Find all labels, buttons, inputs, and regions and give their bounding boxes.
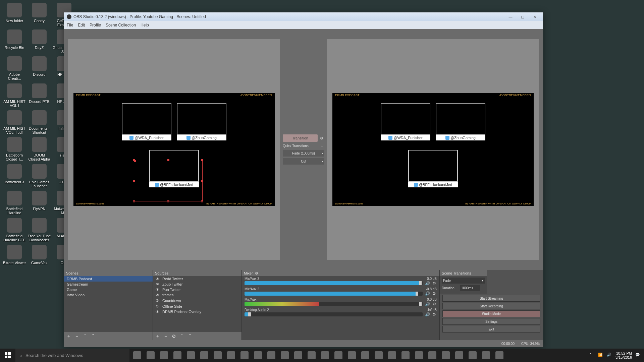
- taskbar-app[interactable]: [171, 349, 184, 362]
- source-item[interactable]: ⊘Countdown: [153, 298, 241, 303]
- source-item[interactable]: 👁frames: [153, 292, 241, 298]
- transition-settings-icon[interactable]: ⚙: [319, 135, 324, 141]
- desktop-icon[interactable]: Recycle Bin: [3, 29, 26, 54]
- desktop-icon[interactable]: Discord PTB: [28, 83, 51, 108]
- visibility-icon[interactable]: 👁: [156, 310, 160, 314]
- system-tray[interactable]: ˄ 📶 🔊 10:52 PM 3/15/2016 💬: [586, 351, 644, 359]
- taskbar-app[interactable]: [292, 349, 305, 362]
- menu-file[interactable]: File: [67, 23, 73, 27]
- taskbar-app[interactable]: [426, 349, 439, 362]
- taskbar-app[interactable]: [265, 349, 278, 362]
- desktop-icon[interactable]: Bitrate Viewer: [3, 245, 26, 265]
- cam-1[interactable]: @WDA_Punisher: [122, 103, 171, 140]
- menu-scene-collection[interactable]: Scene Collection: [106, 23, 136, 27]
- scene-item[interactable]: Intro Video: [64, 292, 153, 298]
- taskbar-app[interactable]: [158, 349, 170, 362]
- volume-slider[interactable]: [419, 302, 422, 306]
- taskbar-app[interactable]: [386, 349, 398, 362]
- taskbar-app[interactable]: [345, 349, 358, 362]
- remove-scene-icon[interactable]: −: [74, 334, 79, 339]
- visibility-icon[interactable]: ⊘: [156, 298, 160, 303]
- preview-edit[interactable]: DRMB PODCAST /DONTREVIVEMEBRO @WDA_Punis…: [68, 39, 280, 260]
- sources-list[interactable]: 👁Redd Twitter👁Zoup Twitter👁Pun Twitter👁f…: [153, 276, 241, 332]
- add-scene-icon[interactable]: ＋: [66, 334, 71, 339]
- scenes-list[interactable]: DRMB PodcastGamestreamGameIntro Video: [64, 276, 153, 332]
- mixer-settings-icon[interactable]: ⚙: [255, 271, 258, 276]
- visibility-icon[interactable]: 👁: [156, 282, 160, 286]
- taskbar-app[interactable]: [198, 349, 211, 362]
- taskbar-app[interactable]: [453, 349, 466, 362]
- channel-settings-icon[interactable]: ⚙: [431, 301, 437, 307]
- visibility-icon[interactable]: ⊘: [156, 304, 160, 308]
- desktop-icon[interactable]: Free YouTube Downloader: [28, 218, 51, 242]
- close-button[interactable]: ✕: [529, 13, 540, 20]
- search-box[interactable]: ⌕ Search the web and Windows: [15, 349, 129, 362]
- taskbar-app[interactable]: [493, 349, 506, 362]
- tray-clock[interactable]: 10:52 PM 3/15/2016: [615, 351, 632, 359]
- scene-item[interactable]: Gamestream: [64, 282, 153, 287]
- visibility-icon[interactable]: 👁: [156, 293, 160, 297]
- mute-icon[interactable]: 🔊: [425, 291, 430, 296]
- obs-titlebar[interactable]: OBS Studio 0.13.2 (windows) - Profile: Y…: [64, 12, 543, 21]
- desktop-icon[interactable]: New folder: [3, 3, 26, 27]
- desktop-icon[interactable]: Discord: [28, 56, 51, 80]
- taskbar-app[interactable]: [238, 349, 251, 362]
- desktop-icon[interactable]: Battlefield Hardline: [3, 191, 26, 215]
- taskbar-app[interactable]: [466, 349, 479, 362]
- taskbar-app[interactable]: [144, 349, 157, 362]
- tray-volume-icon[interactable]: 🔊: [607, 353, 612, 358]
- taskbar-app[interactable]: [413, 349, 425, 362]
- desktop-icon[interactable]: Epic Games Launcher: [28, 164, 51, 188]
- taskbar-app[interactable]: [319, 349, 331, 362]
- visibility-icon[interactable]: 👁: [156, 277, 160, 281]
- taskbar-app[interactable]: [332, 349, 345, 362]
- tray-chevron-icon[interactable]: ˄: [589, 353, 595, 358]
- taskbar-app[interactable]: [184, 349, 197, 362]
- taskbar-app[interactable]: [372, 349, 385, 362]
- add-transition-icon[interactable]: ＋: [319, 143, 324, 148]
- menu-help[interactable]: Help: [141, 23, 149, 27]
- taskbar-app[interactable]: [131, 349, 144, 362]
- scene-down-icon[interactable]: ˅: [90, 334, 96, 339]
- taskbar-app[interactable]: [480, 349, 492, 362]
- channel-settings-icon[interactable]: ⚙: [431, 281, 437, 286]
- preview-edit-canvas[interactable]: DRMB PODCAST /DONTREVIVEMEBRO @WDA_Punis…: [73, 93, 275, 206]
- taskbar-app[interactable]: [225, 349, 237, 362]
- taskbar-app[interactable]: [278, 349, 291, 362]
- taskbar-app[interactable]: [211, 349, 224, 362]
- source-item[interactable]: 👁Zoup Twitter: [153, 282, 241, 287]
- remove-source-icon[interactable]: −: [163, 334, 168, 339]
- scene-transition-type[interactable]: Fade: [442, 278, 485, 284]
- desktop-icon[interactable]: DOOM Closed Alpha: [28, 137, 51, 161]
- source-settings-icon[interactable]: ⚙: [171, 334, 176, 339]
- cam-2[interactable]: @ZoupGaming: [177, 103, 226, 140]
- desktop-icon[interactable]: Battlefield Hardline CTE: [3, 218, 26, 242]
- transition-button[interactable]: Transition: [283, 134, 318, 142]
- start-recording-button[interactable]: Start Recording: [442, 303, 540, 309]
- source-item[interactable]: ⊘Offline Slide: [153, 303, 241, 309]
- desktop-icon[interactable]: GameVox: [28, 245, 51, 265]
- tray-network-icon[interactable]: 📶: [598, 353, 603, 358]
- source-item[interactable]: 👁DRMB Podcast Overlay: [153, 309, 241, 314]
- studio-mode-button[interactable]: Studio Mode: [442, 310, 540, 317]
- source-item[interactable]: 👁Redd Twitter: [153, 276, 241, 282]
- source-item[interactable]: 👁Pun Twitter: [153, 287, 241, 292]
- channel-settings-icon[interactable]: ⚙: [431, 291, 437, 296]
- tray-notifications-icon[interactable]: 💬: [635, 353, 641, 358]
- transition-option-2[interactable]: Cut: [283, 158, 324, 165]
- add-source-icon[interactable]: ＋: [155, 334, 160, 339]
- desktop-icon[interactable]: Battleborn Closed T...: [3, 137, 26, 161]
- desktop-icon[interactable]: DayZ: [28, 29, 51, 54]
- scene-up-icon[interactable]: ˄: [82, 334, 88, 339]
- taskbar-app[interactable]: [252, 349, 264, 362]
- volume-slider[interactable]: [248, 312, 251, 316]
- settings-button[interactable]: Settings: [442, 318, 540, 325]
- desktop-icon[interactable]: AM MIL HIST VOL I: [3, 83, 26, 108]
- cam-3[interactable]: @BFFsHankandJed: [149, 150, 199, 187]
- desktop-icon[interactable]: Documents - Shortcut: [28, 110, 51, 134]
- start-streaming-button[interactable]: Start Streaming: [442, 295, 540, 302]
- channel-settings-icon[interactable]: ⚙: [431, 312, 437, 317]
- desktop-icon[interactable]: Battlefield 3: [3, 164, 26, 188]
- mute-icon[interactable]: 🔊: [425, 301, 430, 307]
- duration-input[interactable]: [460, 285, 480, 291]
